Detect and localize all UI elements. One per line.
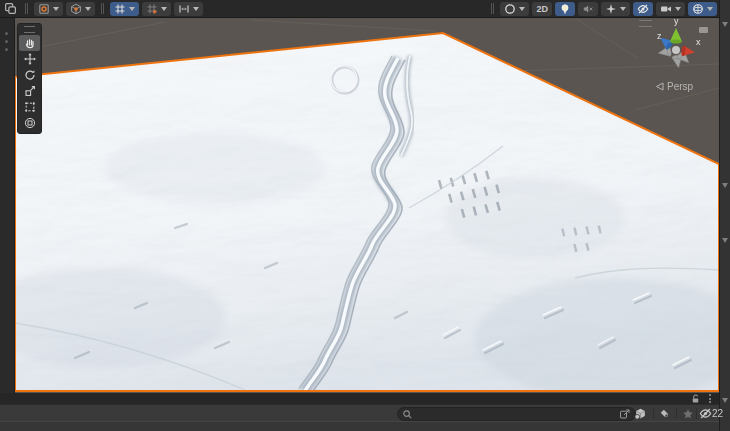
overlay-drag-handle[interactable] — [24, 26, 35, 33]
cube-orientation-icon — [70, 3, 82, 15]
foldout-arrow-icon[interactable] — [722, 398, 728, 403]
grid-snap-icon — [114, 3, 126, 15]
toolbar-separator — [101, 3, 104, 14]
lower-panel-strip — [0, 421, 719, 431]
rect-tool-button[interactable] — [19, 99, 40, 115]
dropdown-caret-icon — [519, 7, 525, 11]
scene-visibility-button[interactable] — [633, 2, 653, 16]
gameobject-filter-icon — [634, 407, 647, 420]
gizmo-x-axis[interactable] — [681, 46, 696, 58]
gameobject-filter-button[interactable] — [633, 407, 648, 420]
gizmo-center[interactable] — [672, 46, 680, 54]
dropdown-caret-icon — [620, 7, 626, 11]
toolbar-separator — [676, 408, 677, 419]
unity-scene-view: y z x Persp — [0, 0, 730, 431]
hand-icon — [24, 37, 36, 49]
favorites-star-icon — [682, 408, 694, 420]
scene-lighting-button[interactable] — [555, 2, 575, 16]
scene-toolbar: 2D — [0, 0, 719, 18]
gizmo-y-axis[interactable] — [670, 28, 682, 44]
hidden-objects-button[interactable] — [698, 407, 713, 420]
search-icon — [402, 409, 413, 420]
shaded-sphere-icon — [504, 3, 516, 15]
rotate-icon — [24, 69, 36, 81]
right-panel-edge — [719, 0, 730, 431]
terrain-mesh[interactable] — [15, 18, 719, 393]
toolbar-separator — [653, 408, 654, 419]
view-2d-button[interactable]: 2D — [532, 2, 552, 16]
grid-dim-icon — [146, 3, 158, 15]
search-field[interactable] — [397, 407, 636, 421]
overlays-button[interactable] — [2, 2, 19, 16]
handle-orientation-button[interactable] — [66, 2, 95, 16]
projection-toggle[interactable]: Persp — [655, 81, 693, 92]
toolbar-separator — [491, 3, 494, 14]
effects-star-icon — [605, 3, 617, 15]
dropdown-caret-icon — [129, 7, 135, 11]
eye-slash-icon — [637, 3, 649, 15]
snap-bars-icon — [178, 3, 190, 15]
grid-visibility-button[interactable] — [142, 2, 171, 16]
move-tool-button[interactable] — [19, 51, 40, 67]
favorites-button[interactable] — [680, 407, 695, 420]
tag-filter-button[interactable] — [657, 407, 672, 420]
gizmo-z-label: z — [657, 31, 662, 41]
effects-button[interactable] — [601, 2, 630, 16]
rect-icon — [24, 101, 36, 113]
transform-tool-button[interactable] — [19, 115, 40, 131]
gizmo-x-label: x — [696, 37, 701, 47]
pivot-center-icon — [38, 3, 50, 15]
foldout-arrow-icon[interactable] — [722, 22, 728, 27]
dropdown-caret-icon — [707, 7, 713, 11]
gizmos-button[interactable] — [688, 2, 717, 16]
handle-position-button[interactable] — [34, 2, 63, 16]
panel-header-strip — [0, 393, 719, 404]
search-input[interactable] — [416, 409, 616, 419]
camera-icon — [660, 3, 672, 15]
rotate-tool-button[interactable] — [19, 67, 40, 83]
scene-viewport[interactable]: y z x Persp — [15, 18, 719, 393]
camera-settings-button[interactable] — [656, 2, 685, 16]
light-bulb-icon — [559, 3, 571, 15]
scale-icon — [24, 85, 36, 97]
search-toolbar: 22 — [0, 404, 719, 421]
audio-muted-icon — [582, 3, 594, 15]
toolbar-separator — [696, 408, 697, 419]
scene-canvas[interactable] — [15, 18, 719, 393]
unlocked-padlock-icon[interactable] — [690, 393, 701, 404]
kebab-menu-icon[interactable] — [709, 394, 711, 403]
toolbar-separator — [25, 3, 28, 14]
tag-filter-icon — [659, 408, 671, 420]
gizmo-y-label: y — [674, 18, 679, 26]
dropdown-caret-icon — [53, 7, 59, 11]
hidden-objects-eye-icon — [699, 407, 712, 420]
grid-snapping-button[interactable] — [110, 2, 139, 16]
dropdown-caret-icon — [161, 7, 167, 11]
dropdown-caret-icon — [193, 7, 199, 11]
view-tool-button[interactable] — [19, 35, 40, 51]
toolbar-separator — [630, 408, 631, 419]
persp-cone-icon — [655, 82, 664, 91]
foldout-arrow-icon[interactable] — [722, 183, 728, 188]
scale-tool-button[interactable] — [19, 83, 40, 99]
scene-audio-button[interactable] — [578, 2, 598, 16]
panel-grip-handle[interactable] — [5, 32, 8, 51]
projection-label: Persp — [667, 81, 693, 92]
move-arrows-icon — [24, 53, 36, 65]
view-2d-label: 2D — [536, 2, 548, 16]
draw-mode-button[interactable] — [500, 2, 529, 16]
tools-overlay — [17, 23, 42, 134]
foldout-arrow-icon[interactable] — [722, 238, 728, 243]
orientation-gizmo[interactable]: y z x — [644, 18, 708, 82]
dropdown-caret-icon — [675, 7, 681, 11]
hidden-objects-count: 22 — [712, 408, 723, 419]
snap-increment-button[interactable] — [174, 2, 203, 16]
dropdown-caret-icon — [85, 7, 91, 11]
left-panel-edge — [0, 18, 15, 431]
transform-icon — [24, 117, 36, 129]
overlapping-squares-icon — [4, 2, 17, 15]
gizmo-globe-icon — [692, 3, 704, 15]
